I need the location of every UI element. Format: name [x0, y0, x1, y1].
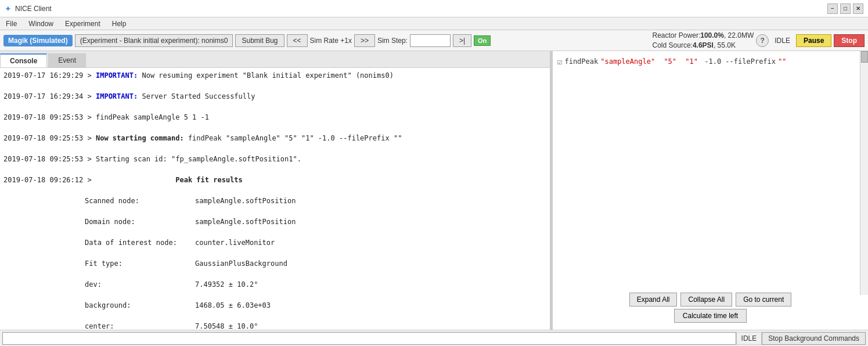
reactor-info: Reactor Power:100.0%, 22.0MW Cold Source…: [653, 31, 754, 51]
tab-event[interactable]: Event: [48, 53, 86, 67]
help-button[interactable]: ?: [756, 34, 769, 47]
reactor-power-label: Reactor Power:: [653, 31, 701, 39]
title-bar-left: ✦ NICE Client: [5, 4, 52, 13]
cold-source-label: Cold Source:: [653, 41, 693, 49]
maximize-button[interactable]: □: [840, 3, 851, 14]
next-button[interactable]: >>: [354, 34, 375, 47]
status-bar: IDLE Stop Background Commands: [0, 330, 868, 346]
console-line-12: background:1468.05 ± 6.03e+03: [3, 300, 546, 311]
calc-time-container: Calculate time left: [556, 309, 865, 326]
console-line-11: dev:7.49352 ± 10.2°: [3, 279, 546, 290]
pause-button[interactable]: Pause: [796, 34, 831, 47]
tab-console[interactable]: Console: [0, 53, 47, 67]
menu-help[interactable]: Help: [109, 19, 130, 29]
reactor-mw: 22.0MW: [728, 31, 754, 39]
console-line-3: 2019-07-18 09:25:53 > findPeak sampleAng…: [3, 112, 546, 122]
calculate-time-button[interactable]: Calculate time left: [674, 309, 747, 323]
menu-file[interactable]: File: [2, 19, 20, 29]
left-panel: Console Event 2019-07-17 16:29:29 > IMPO…: [0, 51, 550, 330]
right-panel-buttons: Expand All Collapse All Go to current: [556, 289, 865, 309]
collapse-all-button[interactable]: Collapse All: [680, 293, 732, 307]
title-bar-controls: − □ ✕: [827, 3, 863, 14]
right-scrollbar[interactable]: [860, 51, 868, 295]
sim-step-input[interactable]: [410, 34, 451, 47]
minimize-button[interactable]: −: [827, 3, 838, 14]
status-input[interactable]: [2, 332, 736, 345]
cold-source-value: 4.6PSI: [693, 41, 714, 49]
main-content: Console Event 2019-07-17 16:29:29 > IMPO…: [0, 51, 868, 330]
expand-all-button[interactable]: Expand All: [629, 293, 678, 307]
sim-rate-label: Sim Rate +1x: [310, 37, 352, 45]
status-idle-badge: IDLE: [736, 332, 762, 345]
checkbox-icon: ☑: [557, 57, 562, 66]
toolbar-idle-label: IDLE: [771, 37, 794, 45]
experiment-label: (Experiment - Blank initial experiment):…: [75, 34, 233, 47]
command-string-3: "1": [685, 57, 698, 66]
app-title: NICE Client: [15, 5, 52, 13]
console-line-6: 2019-07-18 09:26:12 > Peak fit results: [3, 175, 546, 185]
console-line-9: Data of interest node:counter.liveMonito…: [3, 237, 546, 248]
command-node-1: ☑ findPeak "sampleAngle" "5" "1" -1.0 --…: [557, 56, 854, 67]
reactor-power-value: 100.0%: [700, 31, 724, 39]
console-line-2: 2019-07-17 16:29:34 > IMPORTANT: Server …: [3, 91, 546, 102]
command-text: findPeak: [564, 57, 598, 66]
command-tree-area: ☑ findPeak "sampleAngle" "5" "1" -1.0 --…: [556, 55, 865, 289]
command-string-1: "sampleAngle": [600, 57, 655, 66]
toolbar: Magik (Simulated) (Experiment - Blank in…: [0, 30, 868, 51]
submit-bug-button[interactable]: Submit Bug: [235, 34, 284, 47]
magik-badge: Magik (Simulated): [3, 35, 73, 46]
console-line-5: 2019-07-18 09:25:53 > Starting scan id: …: [3, 154, 546, 164]
menu-experiment[interactable]: Experiment: [62, 19, 104, 29]
menu-window[interactable]: Window: [25, 19, 57, 29]
cold-source-temp: 55.0K: [718, 41, 736, 49]
sim-step-label: Sim Step:: [377, 37, 408, 45]
go-button[interactable]: >|: [453, 34, 471, 47]
console-line-8: Domain node:sampleAngle.softPosition: [3, 217, 546, 227]
console-line-7: Scanned node:sampleAngle.softPosition: [3, 196, 546, 206]
command-string-2: "5": [664, 57, 676, 66]
console-area[interactable]: 2019-07-17 16:29:29 > IMPORTANT: Now res…: [0, 68, 550, 330]
menu-bar: File Window Experiment Help: [0, 17, 868, 30]
command-string-4: "": [778, 57, 786, 66]
close-button[interactable]: ✕: [853, 3, 863, 14]
console-line-1: 2019-07-17 16:29:29 > IMPORTANT: Now res…: [3, 70, 546, 81]
on-indicator: On: [474, 35, 491, 46]
tab-bar: Console Event: [0, 51, 550, 68]
stop-background-button[interactable]: Stop Background Commands: [762, 332, 866, 345]
title-bar: ✦ NICE Client − □ ✕: [0, 0, 868, 17]
stop-button[interactable]: Stop: [834, 34, 865, 47]
prev-button[interactable]: <<: [287, 34, 308, 47]
console-line-10: Fit type:GaussianPlusBackground: [3, 258, 546, 269]
console-line-13: center:7.50548 ± 10.0°: [3, 321, 546, 330]
app-icon: ✦: [5, 4, 12, 13]
go-to-current-button[interactable]: Go to current: [736, 293, 791, 307]
console-line-4: 2019-07-18 09:25:53 > Now starting comma…: [3, 133, 546, 143]
right-panel: ☑ findPeak "sampleAngle" "5" "1" -1.0 --…: [553, 51, 868, 330]
scroll-thumb[interactable]: [861, 51, 868, 63]
